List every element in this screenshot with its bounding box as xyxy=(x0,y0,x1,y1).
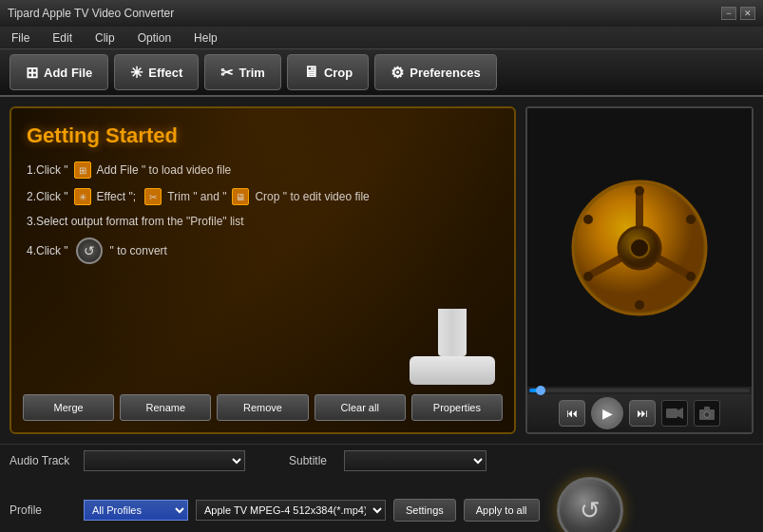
appletv-illustration xyxy=(400,309,505,385)
main-content: Getting Started 1.Click " ⊞ Add File " t… xyxy=(0,97,763,444)
screenshot-button[interactable] xyxy=(694,400,720,427)
menu-help[interactable]: Help xyxy=(190,29,221,47)
svg-point-11 xyxy=(686,215,696,224)
settings-button[interactable]: Settings xyxy=(393,499,456,522)
right-panel: ⏮ ▶ ⏭ xyxy=(525,106,753,434)
bottom-controls: Audio Track Subtitle Profile All Profile… xyxy=(0,444,763,532)
menu-option[interactable]: Option xyxy=(134,29,175,47)
svg-point-5 xyxy=(630,238,649,257)
rewind-button[interactable]: ⏮ xyxy=(559,400,585,427)
svg-point-16 xyxy=(704,412,710,418)
instruction-step3: 3.Select output format from the "Profile… xyxy=(27,215,499,228)
svg-point-12 xyxy=(583,215,593,224)
appletv-base xyxy=(438,309,467,356)
remove-button[interactable]: Remove xyxy=(217,394,308,421)
close-button[interactable]: ✕ xyxy=(740,7,755,20)
profile-select[interactable]: All Profiles xyxy=(84,500,188,521)
merge-button[interactable]: Merge xyxy=(23,394,114,421)
window-controls: − ✕ xyxy=(721,7,755,20)
svg-point-7 xyxy=(635,186,644,196)
player-controls: ⏮ ▶ ⏭ xyxy=(527,394,752,432)
menu-edit[interactable]: Edit xyxy=(48,29,76,47)
appletv-box xyxy=(410,356,495,385)
rename-button[interactable]: Rename xyxy=(120,394,211,421)
menu-file[interactable]: File xyxy=(8,29,33,47)
progress-indicator xyxy=(536,386,545,395)
profile-row: Profile All Profiles Apple TV MPEG-4 512… xyxy=(10,477,753,532)
progress-bar-container[interactable] xyxy=(527,387,752,394)
svg-rect-13 xyxy=(666,408,677,418)
svg-marker-14 xyxy=(677,408,683,419)
step1-addfile-icon: ⊞ xyxy=(74,162,91,179)
audio-track-select[interactable] xyxy=(84,450,245,471)
step2-trim-icon: ✂ xyxy=(144,188,162,205)
effect-icon: ✳ xyxy=(130,64,143,82)
convert-button[interactable]: ↺ xyxy=(557,477,623,532)
audio-track-label: Audio Track xyxy=(10,454,76,467)
properties-button[interactable]: Properties xyxy=(411,394,503,421)
svg-point-9 xyxy=(583,272,593,281)
menu-clip[interactable]: Clip xyxy=(91,29,119,47)
svg-point-10 xyxy=(635,300,644,310)
instruction-step2: 2.Click " ✳ Effect "; ✂ Trim " and " 🖥 C… xyxy=(27,188,499,205)
subtitle-select[interactable] xyxy=(344,450,486,471)
progress-track xyxy=(529,389,750,392)
fast-forward-button[interactable]: ⏭ xyxy=(629,400,656,427)
preferences-icon: ⚙ xyxy=(391,64,404,82)
subtitle-label: Subtitle xyxy=(289,454,336,467)
step4-convert-icon: ↺ xyxy=(76,238,103,264)
step2-effect-icon: ✳ xyxy=(74,188,91,205)
svg-rect-17 xyxy=(704,407,710,410)
film-reel xyxy=(563,172,715,324)
profile-label: Profile xyxy=(10,504,76,517)
convert-icon: ↺ xyxy=(580,496,601,525)
step2-crop-icon: 🖥 xyxy=(232,188,249,205)
trim-icon: ✂ xyxy=(220,64,233,82)
audio-subtitle-row: Audio Track Subtitle xyxy=(10,450,753,471)
effect-button[interactable]: ✳ Effect xyxy=(114,54,199,90)
instruction-step1: 1.Click " ⊞ Add File " to load video fil… xyxy=(27,162,499,179)
svg-point-8 xyxy=(686,272,696,281)
app-title: Tipard Apple TV Video Converter xyxy=(8,7,174,20)
add-file-button[interactable]: ⊞ Add File xyxy=(10,54,108,90)
minimize-button[interactable]: − xyxy=(721,7,736,20)
action-buttons: Merge Rename Remove Clear all Properties xyxy=(23,394,503,421)
instruction-step4: 4.Click " ↺ " to convert xyxy=(27,238,499,264)
getting-started-title: Getting Started xyxy=(27,124,499,148)
preferences-button[interactable]: ⚙ Preferences xyxy=(374,54,496,90)
clear-all-button[interactable]: Clear all xyxy=(315,394,406,421)
menu-bar: File Edit Clip Option Help xyxy=(0,27,763,49)
title-bar: Tipard Apple TV Video Converter − ✕ xyxy=(0,0,763,27)
video-mode-button[interactable] xyxy=(661,400,688,427)
trim-button[interactable]: ✂ Trim xyxy=(204,54,280,90)
apply-to-all-button[interactable]: Apply to all xyxy=(464,499,540,522)
crop-icon: 🖥 xyxy=(303,64,318,81)
preview-area xyxy=(527,108,752,387)
crop-button[interactable]: 🖥 Crop xyxy=(287,54,369,90)
play-button[interactable]: ▶ xyxy=(591,397,623,429)
toolbar: ⊞ Add File ✳ Effect ✂ Trim 🖥 Crop ⚙ Pref… xyxy=(0,49,763,97)
format-select[interactable]: Apple TV MPEG-4 512x384(*.mp4) xyxy=(196,500,386,521)
add-file-icon: ⊞ xyxy=(26,64,38,82)
left-panel: Getting Started 1.Click " ⊞ Add File " t… xyxy=(10,106,516,434)
